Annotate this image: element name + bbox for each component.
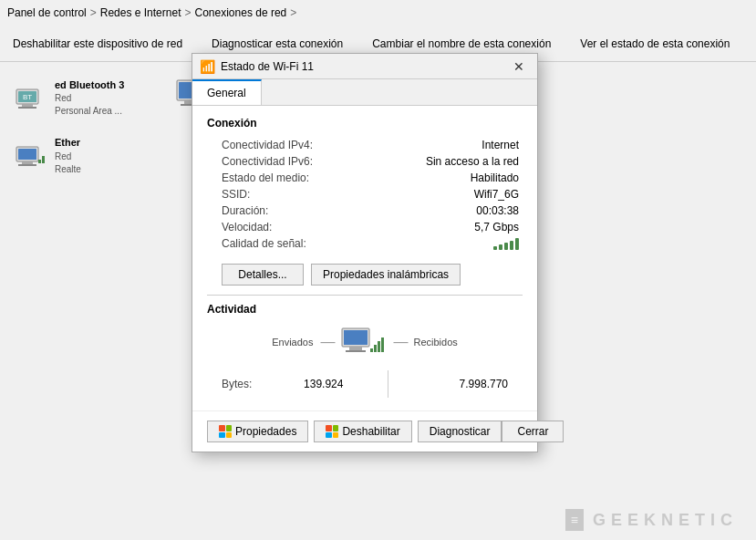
details-button[interactable]: Detalles... [222,264,304,286]
deshabilitar-label: Deshabilitar [342,425,399,438]
tab-general[interactable]: General [192,79,262,105]
geeknetic-logo-icon: ≡ [571,513,578,527]
computer-with-signal-icon [340,323,386,359]
diagnosticar-label: Diagnosticar [430,425,491,438]
bluetooth-sub2: Personal Area ... [55,105,124,118]
svg-rect-6 [18,149,36,160]
modal-title-text: Estado de Wi-Fi 11 [221,60,314,73]
modal-close-button[interactable]: ✕ [508,57,530,76]
propiedades-win-logo [219,425,232,438]
deshabilitar-button[interactable]: Deshabilitar [314,421,411,442]
adapter-ethernet[interactable]: Ether Red Realte [11,130,157,181]
svg-rect-19 [344,330,368,345]
svg-rect-25 [381,338,384,352]
ethernet-sub1: Red [55,151,81,163]
ethernet-adapter-info: Ether Red Realte [55,136,81,175]
deshabilitar-win-logo [326,425,338,438]
rename-button[interactable]: Cambiar el nombre de esta conexión [367,34,556,54]
svg-rect-22 [370,348,373,352]
diagnose-button[interactable]: Diagnosticar esta conexión [206,34,348,54]
bluetooth-sub1: Red [55,92,124,105]
wireless-properties-button[interactable]: Propiedades inalámbricas [311,264,461,286]
row-signal: Calidad de señal: [207,235,523,254]
value-signal [335,235,523,254]
activity-section-title: Actividad [207,303,523,316]
bytes-recv-value: 7.998.770 [396,378,509,390]
activity-icons-row: Enviados — [207,323,523,361]
ethernet-name: Ether [55,136,81,150]
bluetooth-adapter-info: ed Bluetooth 3 Red Personal Area ... [55,78,124,118]
geeknetic-watermark: ≡ GEEKNETIC [565,509,738,531]
signal-bar-1 [493,246,497,250]
label-estado: Estado del medio: [207,170,335,186]
bytes-vertical-divider [388,370,388,398]
modal-title-bar: 📶 Estado de Wi-Fi 11 ✕ [192,54,537,79]
value-ipv6: Sin acceso a la red [335,153,523,170]
label-ipv6: Conectividad IPv6: [207,153,335,170]
svg-rect-23 [374,345,377,352]
svg-rect-2 [22,104,33,107]
activity-divider [207,295,523,296]
value-estado: Habilitado [335,170,523,186]
breadcrumb-sep-1: > [90,6,97,19]
wifi-status-dialog: 📶 Estado de Wi-Fi 11 ✕ General Conexión … [192,53,538,452]
recv-dash: — [393,334,406,350]
row-ssid: SSID: Wifi7_6G [207,186,523,202]
svg-rect-3 [18,107,36,109]
cerrar-button[interactable]: Cerrar [502,421,564,442]
activity-section: Actividad Enviados — [207,303,523,400]
modal-title-left: 📶 Estado de Wi-Fi 11 [200,59,314,74]
svg-rect-7 [22,161,33,164]
value-ipv4: Internet [335,137,523,153]
bluetooth-name: ed Bluetooth 3 [55,78,124,92]
modal-body: Conexión Conectividad IPv4: Internet Con… [192,106,537,410]
modal-tabs: General [192,79,537,106]
label-signal: Calidad de señal: [207,235,335,254]
sent-dash: — [320,334,333,350]
activity-computer-icon [340,323,386,361]
disable-device-button[interactable]: Deshabilitar este dispositivo de red [7,34,188,54]
diagnosticar-button[interactable]: Diagnosticar [418,421,502,442]
breadcrumb-sep-2: > [184,6,191,19]
modal-footer: Propiedades Deshabilitar Diagnosticar Ce… [192,410,537,452]
signal-bar-3 [504,243,508,250]
svg-rect-20 [349,347,362,350]
value-duracion: 00:03:38 [335,202,523,219]
breadcrumb: Panel de control > Redes e Internet > Co… [0,0,756,26]
bytes-row: Bytes: 139.924 7.998.770 [207,369,523,400]
details-buttons-row: Detalles... Propiedades inalámbricas [207,264,523,286]
footer-left-buttons: Propiedades Deshabilitar Diagnosticar [207,421,502,442]
propiedades-button[interactable]: Propiedades [207,421,308,442]
breadcrumb-item-1[interactable]: Panel de control [7,6,87,19]
breadcrumb-item-3[interactable]: Conexiones de red [195,6,287,19]
svg-rect-8 [18,164,36,166]
bytes-sent-value: 139.924 [267,378,380,390]
breadcrumb-item-2[interactable]: Redes e Internet [100,6,181,19]
row-ipv6: Conectividad IPv6: Sin acceso a la red [207,153,523,170]
value-velocidad: 5,7 Gbps [335,219,523,235]
connection-info-table: Conectividad IPv4: Internet Conectividad… [207,137,523,254]
row-ipv4: Conectividad IPv4: Internet [207,137,523,153]
signal-bars [493,237,519,250]
label-velocidad: Velocidad: [207,219,335,235]
bluetooth-adapter-icon: BT [15,86,47,111]
bytes-static-label: Bytes: [222,378,267,390]
row-velocidad: Velocidad: 5,7 Gbps [207,219,523,235]
recv-label: Recibidos [413,337,457,348]
sent-label: Enviados [272,337,313,348]
adapter-bluetooth[interactable]: BT ed Bluetooth 3 Red Personal Area ... [11,73,157,123]
signal-bar-2 [499,244,502,250]
label-ssid: SSID: [207,186,335,202]
row-duracion: Duración: 00:03:38 [207,202,523,219]
value-ssid: Wifi7_6G [335,186,523,202]
signal-bar-4 [510,241,513,250]
view-status-button[interactable]: Ver el estado de esta conexión [575,34,735,54]
svg-text:BT: BT [23,93,32,101]
connection-section-title: Conexión [207,117,523,130]
svg-rect-10 [42,156,45,163]
geeknetic-logo-box: ≡ [565,509,584,531]
adapters-panel: BT ed Bluetooth 3 Red Personal Area ... [11,73,157,504]
svg-rect-9 [38,160,41,163]
ethernet-adapter-icon [15,143,47,169]
modal-wifi-icon: 📶 [200,59,215,74]
